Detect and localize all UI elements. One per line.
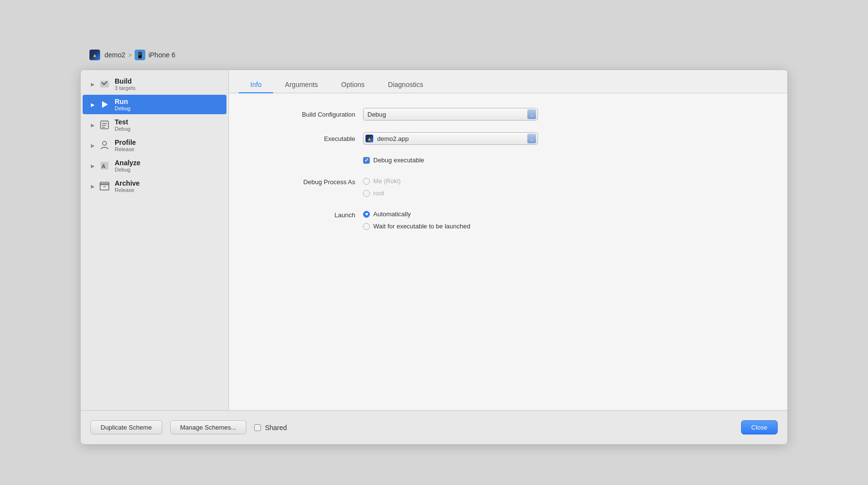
debug-executable-control: Debug executable bbox=[363, 156, 424, 164]
iphone-icon: 📱 bbox=[135, 50, 145, 60]
debug-process-me-row: Me (Roki) bbox=[363, 177, 400, 185]
chevron-right-icon: ▶ bbox=[89, 101, 96, 108]
sidebar-item-analyze[interactable]: ▶ A Analyze Debug bbox=[83, 156, 226, 175]
debug-executable-checkbox[interactable] bbox=[363, 157, 370, 164]
sidebar-item-test[interactable]: ▶ Test Debug bbox=[83, 115, 226, 135]
launch-wait-label: Wait for executable to be launched bbox=[373, 223, 470, 230]
launch-row: Launch Automatically Wait for executable… bbox=[258, 210, 758, 230]
sidebar: ▶ Build 3 targets ▶ bbox=[81, 70, 229, 410]
executable-label: Executable bbox=[258, 135, 355, 142]
debug-process-root-row: root bbox=[363, 190, 400, 197]
duplicate-scheme-button[interactable]: Duplicate Scheme bbox=[90, 420, 162, 434]
test-item-name: Test bbox=[115, 118, 130, 126]
launch-control: Automatically Wait for executable to be … bbox=[363, 210, 470, 230]
launch-radio-group: Automatically Wait for executable to be … bbox=[363, 210, 470, 230]
debug-process-radio-group: Me (Roki) root bbox=[363, 177, 400, 197]
debug-executable-row: Debug executable bbox=[258, 156, 758, 164]
build-config-control: Debug Release bbox=[363, 108, 538, 121]
launch-wait-radio[interactable] bbox=[363, 223, 370, 230]
chevron-right-icon: ▶ bbox=[89, 162, 96, 169]
build-config-row: Build Configuration Debug Release bbox=[258, 108, 758, 121]
tab-info[interactable]: Info bbox=[239, 77, 273, 93]
debug-process-row: Debug Process As Me (Roki) root bbox=[258, 177, 758, 197]
executable-select[interactable]: demo2.app bbox=[363, 132, 538, 145]
dialog-body: ▶ Build 3 targets ▶ bbox=[81, 70, 787, 410]
device-name: iPhone 6 bbox=[148, 51, 175, 59]
svg-marker-1 bbox=[102, 101, 108, 108]
launch-auto-radio[interactable] bbox=[363, 211, 370, 218]
sidebar-item-build[interactable]: ▶ Build 3 targets bbox=[83, 74, 226, 94]
launch-auto-label: Automatically bbox=[373, 210, 411, 218]
debug-process-root-radio[interactable] bbox=[363, 190, 370, 197]
sidebar-item-profile[interactable]: ▶ Profile Release bbox=[83, 136, 226, 155]
test-icon bbox=[98, 119, 111, 131]
launch-label: Launch bbox=[258, 210, 355, 219]
build-item-sub: 3 targets bbox=[115, 85, 136, 91]
build-config-label: Build Configuration bbox=[258, 111, 355, 118]
debug-executable-checkbox-row: Debug executable bbox=[363, 156, 424, 164]
run-item-sub: Debug bbox=[115, 105, 130, 111]
tab-arguments[interactable]: Arguments bbox=[273, 77, 330, 93]
launch-auto-row: Automatically bbox=[363, 210, 470, 218]
scheme-editor-dialog: ▶ Build 3 targets ▶ bbox=[80, 69, 788, 445]
archive-item-name: Archive bbox=[115, 179, 139, 187]
debug-process-control: Me (Roki) root bbox=[363, 177, 400, 197]
build-item-name: Build bbox=[115, 77, 136, 85]
run-item-text: Run Debug bbox=[115, 98, 130, 111]
breadcrumb-separator: > bbox=[128, 52, 132, 59]
analyze-item-sub: Debug bbox=[115, 167, 140, 173]
test-item-text: Test Debug bbox=[115, 118, 130, 132]
run-item-name: Run bbox=[115, 98, 130, 105]
debug-process-root-label: root bbox=[373, 190, 384, 197]
profile-item-sub: Release bbox=[115, 146, 136, 152]
executable-select-wrapper: demo2.app bbox=[363, 132, 538, 145]
tab-options[interactable]: Options bbox=[330, 77, 376, 93]
debug-process-me-label: Me (Roki) bbox=[373, 177, 400, 185]
analyze-item-name: Analyze bbox=[115, 159, 140, 167]
app-name: demo2 bbox=[104, 51, 125, 59]
build-icon bbox=[98, 78, 111, 90]
executable-control: demo2.app bbox=[363, 132, 538, 145]
launch-wait-row: Wait for executable to be launched bbox=[363, 223, 470, 230]
profile-icon bbox=[98, 139, 111, 152]
test-item-sub: Debug bbox=[115, 126, 130, 132]
build-config-select[interactable]: Debug Release bbox=[363, 108, 538, 121]
shared-label: Shared bbox=[265, 424, 287, 432]
build-item-text: Build 3 targets bbox=[115, 77, 136, 91]
run-icon bbox=[98, 98, 111, 111]
top-bar: demo2 > 📱 iPhone 6 bbox=[80, 40, 788, 69]
chevron-right-icon: ▶ bbox=[89, 121, 96, 128]
svg-text:A: A bbox=[102, 163, 105, 169]
tab-bar: Info Arguments Options Diagnostics bbox=[229, 70, 787, 93]
chevron-right-icon: ▶ bbox=[89, 142, 96, 149]
debug-executable-label: Debug executable bbox=[373, 156, 424, 164]
content-area: Info Arguments Options Diagnostics Build… bbox=[229, 70, 787, 410]
debug-process-label: Debug Process As bbox=[258, 177, 355, 186]
build-config-select-wrapper: Debug Release bbox=[363, 108, 538, 121]
shared-row: Shared bbox=[254, 424, 287, 432]
chevron-right-icon: ▶ bbox=[89, 81, 96, 87]
executable-row: Executable demo2.app bbox=[258, 132, 758, 145]
chevron-right-icon: ▶ bbox=[89, 183, 96, 190]
svg-point-6 bbox=[103, 141, 106, 145]
xcode-app-icon bbox=[88, 48, 102, 62]
close-button[interactable]: Close bbox=[741, 420, 778, 434]
tab-diagnostics[interactable]: Diagnostics bbox=[376, 77, 434, 93]
debug-process-me-radio[interactable] bbox=[363, 178, 370, 185]
archive-item-text: Archive Release bbox=[115, 179, 139, 193]
archive-item-sub: Release bbox=[115, 187, 139, 193]
dialog-bottom-bar: Duplicate Scheme Manage Schemes... Share… bbox=[81, 410, 787, 444]
form-area: Build Configuration Debug Release Exe bbox=[229, 93, 787, 410]
manage-schemes-button[interactable]: Manage Schemes... bbox=[170, 420, 247, 434]
shared-checkbox[interactable] bbox=[254, 424, 261, 431]
device-breadcrumb: 📱 iPhone 6 bbox=[135, 50, 175, 60]
sidebar-item-archive[interactable]: ▶ Archive Release bbox=[83, 176, 226, 196]
profile-item-text: Profile Release bbox=[115, 139, 136, 152]
analyze-item-text: Analyze Debug bbox=[115, 159, 140, 173]
profile-item-name: Profile bbox=[115, 139, 136, 146]
archive-icon bbox=[98, 180, 111, 192]
analyze-icon: A bbox=[98, 159, 111, 172]
sidebar-item-run[interactable]: ▶ Run Debug bbox=[83, 95, 226, 114]
